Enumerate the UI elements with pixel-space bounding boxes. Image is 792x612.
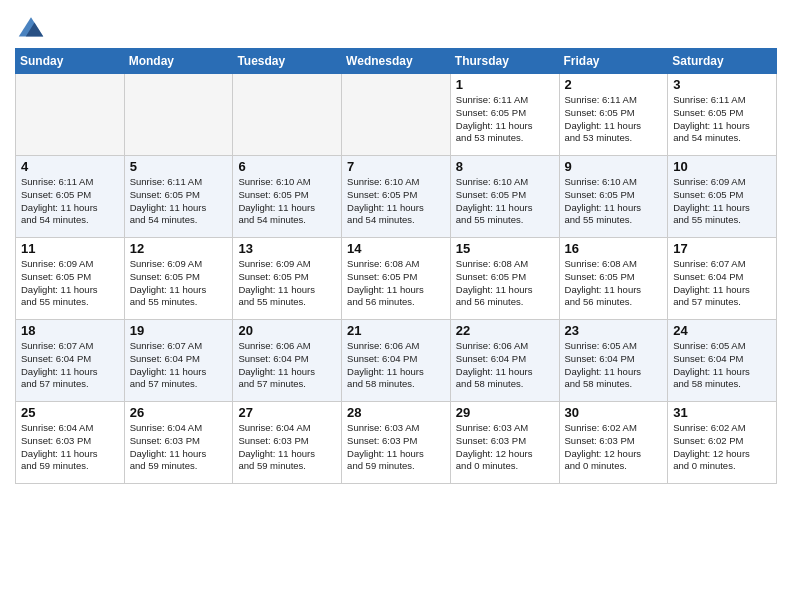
sunrise-text: Sunrise: 6:06 AM [347,340,445,353]
sunrise-text: Sunrise: 6:06 AM [456,340,554,353]
daylight-minutes: and 58 minutes. [347,378,445,391]
daylight-minutes: and 57 minutes. [21,378,119,391]
sunset-text: Sunset: 6:03 PM [456,435,554,448]
day-number: 23 [565,323,663,338]
sunrise-text: Sunrise: 6:09 AM [673,176,771,189]
calendar-cell: 3Sunrise: 6:11 AMSunset: 6:05 PMDaylight… [668,74,777,156]
day-number: 18 [21,323,119,338]
daylight-hours: Daylight: 11 hours [21,366,119,379]
day-number: 13 [238,241,336,256]
sunset-text: Sunset: 6:05 PM [21,189,119,202]
daylight-hours: Daylight: 12 hours [565,448,663,461]
daylight-minutes: and 55 minutes. [130,296,228,309]
calendar-cell: 16Sunrise: 6:08 AMSunset: 6:05 PMDayligh… [559,238,668,320]
calendar-cell: 23Sunrise: 6:05 AMSunset: 6:04 PMDayligh… [559,320,668,402]
day-info: Sunrise: 6:07 AMSunset: 6:04 PMDaylight:… [21,340,119,391]
sunset-text: Sunset: 6:04 PM [673,271,771,284]
daylight-minutes: and 0 minutes. [565,460,663,473]
sunrise-text: Sunrise: 6:04 AM [130,422,228,435]
weekday-header-row: SundayMondayTuesdayWednesdayThursdayFrid… [16,49,777,74]
day-info: Sunrise: 6:08 AMSunset: 6:05 PMDaylight:… [347,258,445,309]
day-info: Sunrise: 6:11 AMSunset: 6:05 PMDaylight:… [565,94,663,145]
daylight-hours: Daylight: 11 hours [347,202,445,215]
sunset-text: Sunset: 6:05 PM [21,271,119,284]
sunset-text: Sunset: 6:04 PM [673,353,771,366]
daylight-minutes: and 53 minutes. [565,132,663,145]
sunset-text: Sunset: 6:03 PM [130,435,228,448]
calendar-cell: 22Sunrise: 6:06 AMSunset: 6:04 PMDayligh… [450,320,559,402]
day-number: 5 [130,159,228,174]
day-number: 16 [565,241,663,256]
daylight-hours: Daylight: 11 hours [130,284,228,297]
calendar-cell: 28Sunrise: 6:03 AMSunset: 6:03 PMDayligh… [342,402,451,484]
sunset-text: Sunset: 6:04 PM [456,353,554,366]
daylight-minutes: and 56 minutes. [347,296,445,309]
daylight-hours: Daylight: 12 hours [456,448,554,461]
day-number: 19 [130,323,228,338]
sunrise-text: Sunrise: 6:11 AM [565,94,663,107]
sunrise-text: Sunrise: 6:09 AM [130,258,228,271]
daylight-minutes: and 54 minutes. [21,214,119,227]
day-info: Sunrise: 6:06 AMSunset: 6:04 PMDaylight:… [456,340,554,391]
daylight-minutes: and 54 minutes. [238,214,336,227]
sunrise-text: Sunrise: 6:02 AM [565,422,663,435]
day-number: 14 [347,241,445,256]
logo-icon [17,12,45,40]
day-info: Sunrise: 6:04 AMSunset: 6:03 PMDaylight:… [21,422,119,473]
daylight-hours: Daylight: 11 hours [565,366,663,379]
calendar-cell [342,74,451,156]
sunrise-text: Sunrise: 6:07 AM [21,340,119,353]
sunrise-text: Sunrise: 6:11 AM [673,94,771,107]
sunset-text: Sunset: 6:05 PM [565,107,663,120]
sunrise-text: Sunrise: 6:10 AM [456,176,554,189]
logo [15,10,45,40]
sunset-text: Sunset: 6:04 PM [238,353,336,366]
daylight-hours: Daylight: 11 hours [565,284,663,297]
sunset-text: Sunset: 6:05 PM [347,271,445,284]
daylight-hours: Daylight: 11 hours [130,448,228,461]
weekday-header-tuesday: Tuesday [233,49,342,74]
day-info: Sunrise: 6:05 AMSunset: 6:04 PMDaylight:… [673,340,771,391]
calendar-cell: 6Sunrise: 6:10 AMSunset: 6:05 PMDaylight… [233,156,342,238]
day-info: Sunrise: 6:03 AMSunset: 6:03 PMDaylight:… [456,422,554,473]
daylight-minutes: and 59 minutes. [130,460,228,473]
calendar-cell: 9Sunrise: 6:10 AMSunset: 6:05 PMDaylight… [559,156,668,238]
calendar-cell: 29Sunrise: 6:03 AMSunset: 6:03 PMDayligh… [450,402,559,484]
day-number: 10 [673,159,771,174]
calendar-cell: 10Sunrise: 6:09 AMSunset: 6:05 PMDayligh… [668,156,777,238]
day-info: Sunrise: 6:08 AMSunset: 6:05 PMDaylight:… [456,258,554,309]
calendar-cell: 14Sunrise: 6:08 AMSunset: 6:05 PMDayligh… [342,238,451,320]
daylight-minutes: and 56 minutes. [456,296,554,309]
daylight-hours: Daylight: 11 hours [347,366,445,379]
calendar-cell: 25Sunrise: 6:04 AMSunset: 6:03 PMDayligh… [16,402,125,484]
day-number: 12 [130,241,228,256]
sunset-text: Sunset: 6:05 PM [347,189,445,202]
sunset-text: Sunset: 6:04 PM [565,353,663,366]
sunset-text: Sunset: 6:05 PM [130,189,228,202]
sunset-text: Sunset: 6:05 PM [238,189,336,202]
day-info: Sunrise: 6:09 AMSunset: 6:05 PMDaylight:… [21,258,119,309]
sunset-text: Sunset: 6:04 PM [21,353,119,366]
calendar-week-row: 4Sunrise: 6:11 AMSunset: 6:05 PMDaylight… [16,156,777,238]
sunrise-text: Sunrise: 6:02 AM [673,422,771,435]
sunrise-text: Sunrise: 6:04 AM [238,422,336,435]
daylight-minutes: and 55 minutes. [673,214,771,227]
day-number: 9 [565,159,663,174]
daylight-minutes: and 58 minutes. [673,378,771,391]
day-number: 6 [238,159,336,174]
day-info: Sunrise: 6:07 AMSunset: 6:04 PMDaylight:… [673,258,771,309]
calendar-cell: 21Sunrise: 6:06 AMSunset: 6:04 PMDayligh… [342,320,451,402]
calendar-cell: 18Sunrise: 6:07 AMSunset: 6:04 PMDayligh… [16,320,125,402]
daylight-minutes: and 55 minutes. [238,296,336,309]
day-number: 29 [456,405,554,420]
weekday-header-saturday: Saturday [668,49,777,74]
daylight-minutes: and 54 minutes. [347,214,445,227]
daylight-minutes: and 59 minutes. [238,460,336,473]
day-number: 17 [673,241,771,256]
day-info: Sunrise: 6:10 AMSunset: 6:05 PMDaylight:… [456,176,554,227]
sunset-text: Sunset: 6:05 PM [673,189,771,202]
daylight-hours: Daylight: 11 hours [456,366,554,379]
sunset-text: Sunset: 6:03 PM [347,435,445,448]
calendar-cell: 24Sunrise: 6:05 AMSunset: 6:04 PMDayligh… [668,320,777,402]
sunset-text: Sunset: 6:05 PM [456,107,554,120]
